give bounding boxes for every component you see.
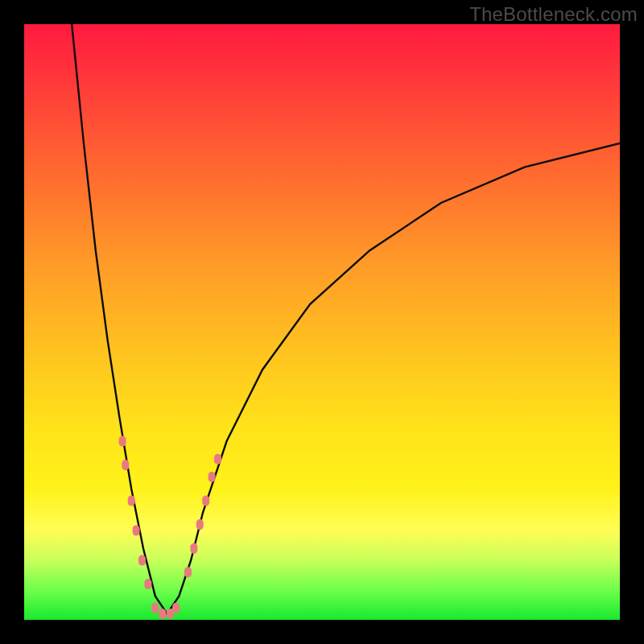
- marker-point: [202, 496, 209, 506]
- marker-point: [119, 436, 126, 447]
- marker-point: [214, 454, 221, 464]
- curve-layer: [72, 24, 620, 614]
- marker-point: [151, 603, 159, 613]
- marker-point: [128, 496, 135, 506]
- bottleneck-curve-path: [72, 24, 620, 614]
- marker-point: [133, 526, 140, 536]
- marker-point: [208, 472, 216, 482]
- marker-point: [190, 543, 197, 554]
- marker-point: [196, 519, 204, 530]
- marker-point: [159, 609, 166, 619]
- marker-point: [144, 579, 151, 589]
- plot-area: [24, 24, 620, 620]
- marker-point: [172, 603, 180, 613]
- marker-point: [138, 555, 146, 566]
- watermark-text: TheBottleneck.com: [469, 3, 638, 26]
- marker-point: [122, 460, 129, 470]
- marker-layer: [119, 436, 221, 620]
- chart-frame: TheBottleneck.com: [0, 0, 644, 644]
- chart-svg: [24, 24, 620, 620]
- marker-point: [184, 567, 192, 577]
